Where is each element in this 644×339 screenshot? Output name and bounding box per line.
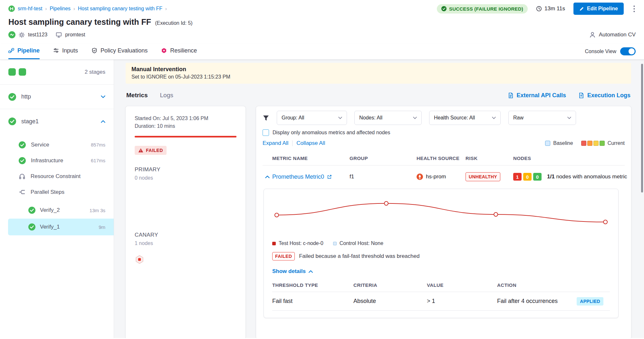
anomalous-checkbox-label[interactable]: Display only anomalous metrics and affec…	[273, 130, 390, 136]
check-circle-icon	[28, 207, 35, 214]
current-label: Current	[608, 140, 625, 146]
stage-square-icon	[19, 68, 26, 76]
primary-label: PRIMARY	[135, 166, 236, 173]
verify-tabs-row: Metrics Logs External API Calls Executio…	[126, 87, 631, 104]
sidebar-step-verify1[interactable]: Verify_1 9m	[8, 219, 114, 235]
nodes-filter-select[interactable]: Nodes: All	[354, 111, 422, 125]
legend-control-host-label: Control Host: None	[340, 240, 383, 246]
primary-nodes-block: PRIMARY 0 nodes	[135, 166, 236, 181]
show-details-link[interactable]: Show details	[272, 268, 610, 275]
col-nodes: NODES	[513, 155, 625, 161]
tab-policy-evaluations[interactable]: Policy Evaluations	[91, 43, 148, 59]
verification-duration: Duration: 10 mins	[135, 122, 236, 130]
breadcrumb-separator: ›	[73, 6, 75, 11]
col-risk: RISK	[466, 155, 513, 161]
status-badge: SUCCESS (FAILURE IGNORED)	[437, 4, 528, 14]
resilience-icon	[161, 48, 167, 53]
service-health-icon	[8, 31, 15, 38]
expand-collapse-row: Expand All Collapse All Baseline	[263, 140, 625, 146]
canary-node-icon[interactable]	[135, 255, 144, 264]
sidebar-stage-http[interactable]: http	[0, 85, 114, 109]
metric-chart	[272, 194, 610, 236]
primary-node-count: 0 nodes	[135, 175, 236, 181]
step-verify1-duration: 9m	[99, 224, 105, 230]
metric-detail-card: Test Host: c-node-0 Control Host: None F…	[264, 189, 619, 318]
step-verify1-label: Verify_1	[40, 224, 60, 230]
external-link-icon[interactable]	[327, 174, 332, 179]
sidebar-step-infrastructure[interactable]: Infrastructure 617ms	[0, 153, 114, 168]
external-api-calls-label: External API Calls	[517, 92, 566, 99]
collapse-row-chevron-up-icon[interactable]	[263, 175, 272, 178]
chevron-down-icon	[101, 95, 105, 98]
sidebar-step-parallel-steps[interactable]: Parallel Steps	[0, 184, 114, 200]
nodes-summary: 1/1 nodes with anomalous metric	[547, 174, 627, 180]
breadcrumb-separator: ›	[165, 6, 167, 11]
clock-icon	[536, 6, 542, 12]
verification-summary-panel: Started On: Jul 5, 2023 1:06 PM Duration…	[126, 106, 245, 338]
check-circle-icon	[19, 157, 26, 164]
health-source-filter-select[interactable]: Health Source: All	[429, 111, 501, 125]
legend-test-host-label: Test Host: c-node-0	[279, 240, 323, 246]
col-health-source: HEALTH SOURCE	[417, 155, 466, 161]
test-host-swatch-icon	[272, 242, 276, 245]
health-source-filter-value: Health Source: All	[434, 115, 475, 121]
chevron-up-icon	[101, 120, 105, 123]
execution-logs-link[interactable]: Execution Logs	[578, 92, 630, 99]
breadcrumb: srm-hf-test › Pipelines › Host sampling …	[8, 5, 167, 12]
edit-pipeline-button[interactable]: Edit Pipeline	[573, 3, 624, 15]
banner-title: Manual Intervention	[131, 66, 625, 73]
tab-metrics[interactable]: Metrics	[126, 92, 148, 99]
stage-count-row: 2 stages	[0, 60, 114, 85]
environment-name: promtest	[65, 32, 85, 38]
sidebar-step-verify2[interactable]: Verify_2 13m 3s	[8, 202, 114, 219]
sidebar-stage-stage1[interactable]: stage1	[0, 109, 114, 134]
divider	[292, 140, 293, 146]
collapse-all-link[interactable]: Collapse All	[296, 140, 325, 146]
failed-badge: FAILED	[272, 252, 295, 260]
baseline-label: Baseline	[553, 140, 573, 146]
legend-test-host: Test Host: c-node-0	[272, 240, 323, 246]
breadcrumb-page[interactable]: Host sampling canary testing with FF	[78, 6, 162, 12]
group-filter-select[interactable]: Group: All	[277, 111, 347, 125]
col-action: ACTION	[497, 282, 610, 288]
page-title: Host sampling canary testing with FF	[8, 17, 151, 27]
external-api-calls-link[interactable]: External API Calls	[508, 92, 566, 99]
metric-table-row: Prometheus Metric0 f1 hs-prom	[263, 165, 625, 188]
vertical-scrollbar[interactable]	[641, 64, 643, 193]
expand-all-link[interactable]: Expand All	[263, 140, 288, 146]
console-view-toggle[interactable]	[620, 47, 636, 55]
tab-pipeline-label: Pipeline	[17, 47, 40, 54]
sidebar-step-service[interactable]: Service 857ms	[0, 137, 114, 153]
kebab-menu-icon[interactable]	[632, 5, 636, 12]
sidebar-step-resource-constraint[interactable]: Resource Constraint	[0, 168, 114, 184]
tab-logs[interactable]: Logs	[160, 92, 173, 99]
failed-message: Failed because a fail-fast threshold was…	[299, 253, 419, 259]
check-circle-icon	[19, 141, 26, 148]
execution-duration-value: 13m 11s	[544, 5, 565, 12]
view-mode-select[interactable]: Raw	[508, 111, 576, 125]
chevron-up-icon	[309, 270, 313, 273]
topbar-right: SUCCESS (FAILURE IGNORED) 13m 11s Edit P…	[437, 3, 636, 15]
current-swatches-icon	[581, 141, 605, 146]
canary-label: CANARY	[135, 232, 236, 238]
tab-resilience[interactable]: Resilience	[161, 43, 197, 59]
metrics-table-header: METRIC NAME GROUP HEALTH SOURCE RISK NOD…	[263, 155, 625, 165]
chevron-down-icon	[338, 117, 342, 119]
step-verify2-duration: 13m 3s	[90, 208, 105, 213]
anomalous-checkbox[interactable]	[263, 129, 269, 136]
service-name: test1123	[28, 32, 47, 38]
breadcrumb-pipelines[interactable]: Pipelines	[50, 6, 71, 12]
check-circle-icon	[8, 93, 16, 101]
chevron-down-icon	[492, 117, 496, 119]
chevron-down-icon	[413, 117, 417, 119]
check-circle-icon	[8, 118, 16, 125]
step-verify2-label: Verify_2	[40, 207, 60, 213]
tab-pipeline[interactable]: Pipeline	[8, 43, 40, 59]
breadcrumb-project[interactable]: srm-hf-test	[18, 6, 42, 12]
metric-name-link[interactable]: Prometheus Metric0	[272, 174, 324, 180]
parallel-steps-icon	[19, 189, 25, 195]
threshold-table-header: THRESHOLD TYPE CRITERIA VALUE ACTION	[272, 282, 610, 292]
step-parallel-steps-label: Parallel Steps	[31, 189, 64, 195]
tab-inputs[interactable]: Inputs	[53, 43, 78, 59]
filter-icon[interactable]	[263, 115, 269, 121]
